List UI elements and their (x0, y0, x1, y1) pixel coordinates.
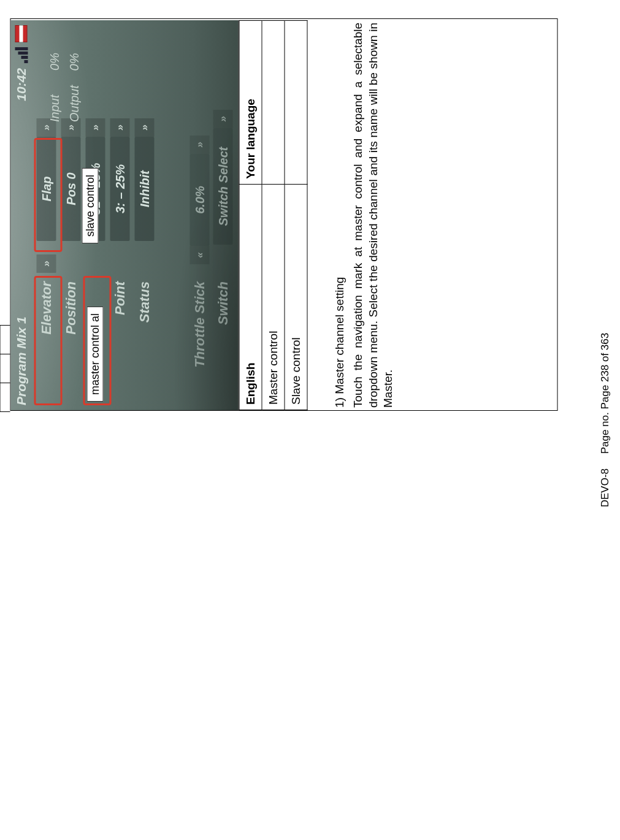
body-text: 1) Master channel setting Touch the navi… (323, 20, 399, 410)
point-label: Point (112, 273, 128, 404)
device-screenshot: Program Mix 1 10:42 Elevator » Flap » (11, 20, 239, 410)
footer-left: DEVO-8 (599, 468, 611, 507)
slave-callout: slave control (82, 168, 99, 243)
chevron-right-icon[interactable]: » (37, 254, 56, 273)
throttle-stick-value[interactable]: 6.0% (190, 154, 210, 246)
chevron-right-icon[interactable]: » (110, 118, 130, 137)
english-row-1: Master control (262, 184, 285, 410)
clock: 10:42 (14, 68, 29, 101)
chevron-right-icon[interactable]: » (190, 136, 210, 154)
section-para: Touch the navigation mark at master cont… (351, 20, 396, 410)
page-footer: DEVO-8 Page no. Page 238 of 363 (599, 0, 611, 840)
chevron-right-icon[interactable]: » (86, 118, 105, 137)
position-value[interactable]: Pos 0 (61, 137, 81, 241)
chevron-right-icon[interactable]: » (213, 110, 233, 128)
your-language-header: Your language (239, 21, 262, 185)
signal-icon (15, 47, 28, 63)
flag-icon (15, 25, 28, 42)
output-value: 0% (67, 53, 81, 71)
page-cell: Program Mix 1 10:42 Elevator » Flap » (10, 18, 558, 411)
point-value[interactable]: 3: – 25% (110, 137, 130, 241)
chevron-right-icon[interactable]: » (135, 118, 155, 137)
section-heading: 1) Master channel setting (332, 20, 347, 410)
input-label: Input (48, 95, 61, 122)
input-value: 0% (48, 53, 61, 71)
status-label: Status (137, 273, 153, 404)
master-highlight (34, 276, 63, 405)
master-value-highlight (34, 138, 63, 252)
your-language-row-2[interactable] (285, 21, 307, 185)
footer-right: Page no. Page 238 of 363 (599, 333, 611, 454)
header-tabs (0, 325, 10, 411)
english-header: English (239, 184, 262, 410)
position-label: Position (63, 273, 79, 404)
output-label: Output (67, 85, 81, 122)
switch-value[interactable]: Switch Select (213, 128, 233, 245)
master-callout: master control al (87, 307, 104, 402)
status-value[interactable]: Inhibit (135, 137, 155, 241)
screen-title: Program Mix 1 (14, 316, 29, 405)
english-row-2: Slave control (285, 184, 307, 410)
translation-table: English Your language Master control Sla… (239, 20, 308, 410)
throttle-stick-label: Throttle Stick (192, 273, 208, 404)
switch-label: Switch (215, 273, 231, 404)
chevron-left-icon[interactable]: « (190, 246, 210, 264)
your-language-row-1[interactable] (262, 21, 285, 185)
